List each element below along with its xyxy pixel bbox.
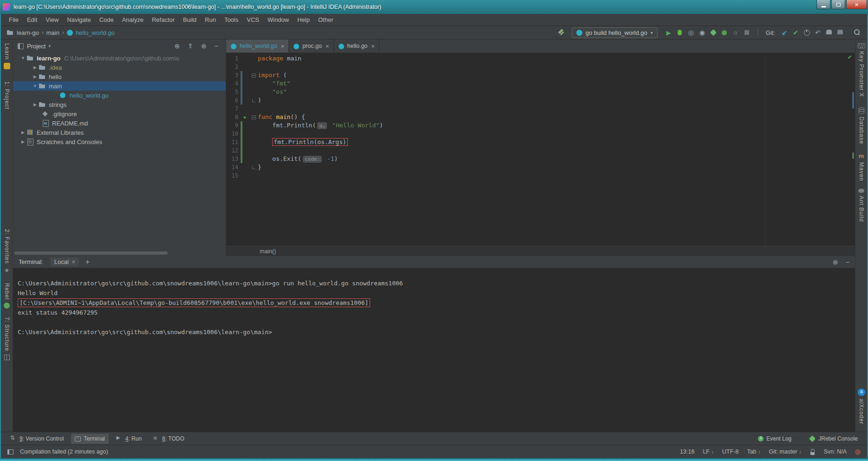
code-editor[interactable]: 1package main23−import (4 "fmt"5 "os"6)7…	[226, 53, 855, 246]
code-line-14[interactable]: 14}	[226, 163, 855, 171]
menu-item-refactor[interactable]: Refactor	[148, 14, 179, 25]
toolwindow-button-terminal[interactable]: Terminal	[71, 434, 108, 444]
tree-item-gitignore[interactable]: .gitignore	[13, 109, 226, 119]
chevron-collapsed-icon[interactable]: ▶	[32, 65, 39, 70]
menu-item-file[interactable]: File	[5, 14, 23, 25]
collapse-icon[interactable]: ⇑	[188, 43, 193, 49]
status-git-master[interactable]: Git: master↕	[769, 448, 802, 455]
restore-button[interactable]	[831, 0, 845, 9]
run-configuration-select[interactable]: go build hello_world.go ▾	[572, 27, 658, 38]
breadcrumb-function[interactable]: main()	[260, 248, 276, 255]
gear-icon[interactable]: ⊛	[833, 259, 838, 265]
indicator-icon[interactable]	[855, 449, 861, 455]
tree-item-hello-world-go[interactable]: hello_world.go	[13, 91, 226, 100]
toolwindow-button-9-version-control[interactable]: 9: Version Control	[7, 434, 67, 444]
breadcrumb-item-main[interactable]: main	[46, 29, 59, 36]
tree-item-main[interactable]: ▼main	[13, 81, 226, 91]
tree-item-scratches-and-consoles[interactable]: ▶Scratches and Consoles	[13, 137, 226, 146]
hide-icon[interactable]: −	[215, 43, 218, 49]
editor-tab-hello-world-go[interactable]: hello_world.go×	[226, 40, 289, 53]
terminal-output[interactable]: C:\Users\Administrator\go\src\github.com…	[13, 268, 855, 432]
chevron-expanded-icon[interactable]: ▼	[32, 84, 39, 88]
close-icon[interactable]: ×	[72, 259, 75, 265]
fold-collapse-icon[interactable]: −	[252, 115, 256, 119]
code-line-10[interactable]: 10	[226, 130, 855, 138]
editor-tab-proc-go[interactable]: proc.go×	[289, 40, 333, 53]
stop-icon[interactable]	[741, 28, 752, 37]
menu-item-view[interactable]: View	[41, 14, 63, 25]
run-icon[interactable]: ▶	[663, 28, 674, 37]
menu-item-other[interactable]: Other	[314, 14, 338, 25]
rollback-icon[interactable]: ↶	[812, 28, 823, 37]
debug-icon[interactable]	[674, 28, 685, 37]
rebel-run-icon[interactable]	[708, 28, 719, 37]
project-view-selector[interactable]: Project ▾	[27, 43, 51, 50]
new-terminal-tab-button[interactable]: +	[85, 258, 90, 266]
shelf-icon[interactable]	[823, 28, 835, 37]
locate-icon[interactable]: ⊕	[175, 43, 180, 49]
menu-item-code[interactable]: Code	[95, 14, 118, 25]
compare-icon[interactable]	[835, 28, 846, 37]
status-message[interactable]: Compilation failed (2 minutes ago)	[20, 448, 108, 455]
update-icon[interactable]: ↙	[779, 28, 790, 37]
code-line-1[interactable]: 1package main	[226, 54, 855, 63]
toolwindow-button-4-run[interactable]: 4: Run	[112, 434, 145, 444]
code-line-9[interactable]: 9 fmt.Println(a… "Hello World")	[226, 121, 855, 130]
code-line-15[interactable]: 15	[226, 171, 855, 180]
history-icon[interactable]	[801, 28, 812, 37]
tool-stripe-button-rebel[interactable]: Rebel	[4, 283, 10, 309]
code-line-3[interactable]: 3−import (	[226, 71, 855, 79]
attach-icon[interactable]: ○	[730, 28, 741, 37]
status-svn-n-a[interactable]: Svn: N/A	[824, 448, 847, 455]
chevron-collapsed-icon[interactable]: ▶	[20, 139, 26, 144]
status-lf[interactable]: LF↕	[703, 448, 714, 455]
coverage-icon[interactable]: ◎	[685, 28, 697, 37]
tool-stripe-button-2-favorites[interactable]: 2: Favorites★	[4, 229, 10, 274]
tree-item-hello[interactable]: ▶hello	[13, 72, 226, 81]
profiler-icon[interactable]: ◉	[697, 28, 708, 37]
status-13-16[interactable]: 13:16	[680, 448, 694, 455]
rebel-debug-icon[interactable]	[719, 28, 730, 37]
tab-close-icon[interactable]: ×	[371, 43, 375, 50]
code-line-11[interactable]: 11 fmt.Println(os.Args)	[226, 138, 855, 146]
toolwindow-toggle-icon[interactable]	[7, 449, 13, 454]
tree-item-idea[interactable]: ▶.idea	[13, 63, 226, 72]
lock-icon[interactable]	[810, 449, 816, 455]
tree-item-external-libraries[interactable]: ▶External Libraries	[13, 128, 226, 137]
chevron-expanded-icon[interactable]: ▼	[20, 56, 26, 60]
code-line-2[interactable]: 2	[226, 63, 855, 71]
toolwindow-button-jrebel-console[interactable]: JRebel Console	[805, 434, 861, 444]
menu-item-window[interactable]: Window	[263, 14, 293, 25]
horizontal-scrollbar[interactable]	[14, 251, 168, 255]
chevron-collapsed-icon[interactable]: ▶	[32, 102, 39, 107]
menu-item-build[interactable]: Build	[179, 14, 201, 25]
code-line-13[interactable]: 13 os.Exit(code: -1)	[226, 155, 855, 163]
fold-end-icon[interactable]	[252, 166, 255, 169]
status-utf-8[interactable]: UTF-8	[722, 448, 738, 455]
menu-item-vcs[interactable]: VCS	[242, 14, 263, 25]
tool-stripe-button-key-promoter-x[interactable]: Key Promoter X	[858, 43, 865, 97]
tree-item-readme-md[interactable]: README.md	[13, 119, 226, 128]
terminal-tab-local[interactable]: Local ×	[51, 257, 79, 266]
tree-item-strings[interactable]: ▶strings	[13, 100, 226, 109]
tool-stripe-button-ant-build[interactable]: Ant Build	[858, 189, 865, 222]
build-hammer-icon[interactable]	[557, 28, 566, 37]
menu-item-help[interactable]: Help	[293, 14, 314, 25]
tab-close-icon[interactable]: ×	[281, 43, 285, 50]
search-everywhere-icon[interactable]	[852, 28, 861, 37]
chevron-collapsed-icon[interactable]: ▶	[20, 130, 26, 135]
tool-stripe-button-7-structure[interactable]: 7: Structure	[4, 317, 10, 360]
code-line-6[interactable]: 6)	[226, 96, 855, 105]
tree-item-learn-go[interactable]: ▼learn-goC:\Users\Administrator\go\src\g…	[13, 53, 226, 63]
tool-stripe-button-1-project[interactable]: 1: Project	[4, 81, 10, 110]
close-button[interactable]: ×	[846, 0, 867, 9]
commit-icon[interactable]: ✔	[790, 28, 801, 37]
menu-item-tools[interactable]: Tools	[220, 14, 242, 25]
tool-stripe-button-aixcoder[interactable]: aiXcoder	[858, 389, 865, 424]
inspection-ok-icon[interactable]: ✔	[848, 54, 852, 60]
menu-item-run[interactable]: Run	[201, 14, 220, 25]
menu-item-edit[interactable]: Edit	[23, 14, 41, 25]
code-line-5[interactable]: 5 "os"	[226, 88, 855, 96]
tab-close-icon[interactable]: ×	[326, 43, 329, 50]
code-line-12[interactable]: 12	[226, 146, 855, 155]
